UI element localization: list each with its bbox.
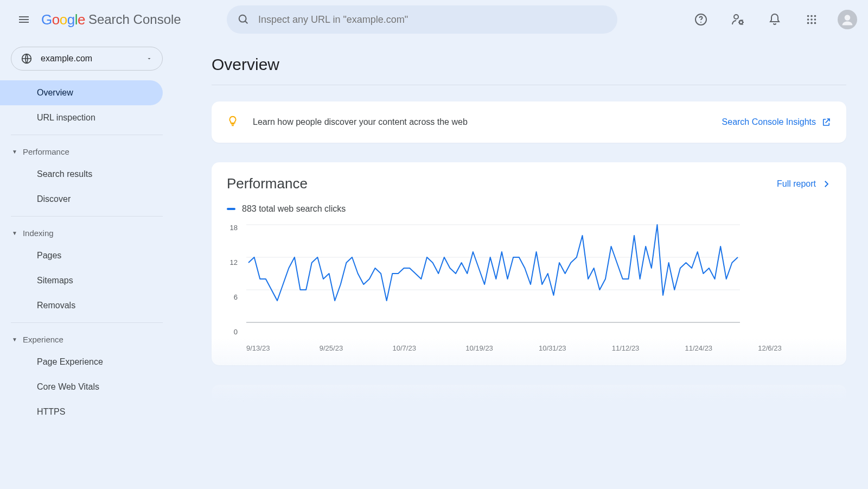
svg-point-14 — [814, 22, 816, 24]
sidebar-item-overview[interactable]: Overview — [0, 80, 163, 105]
sidebar-item-label: HTTPS — [37, 407, 65, 417]
legend-swatch — [227, 208, 235, 210]
sidebar-item-label: Overview — [37, 88, 73, 98]
sidebar-item-sitemaps[interactable]: Sitemaps — [0, 268, 163, 293]
section-title: Indexing — [23, 228, 54, 238]
sidebar-item-label: Removals — [37, 301, 75, 310]
property-selector[interactable]: example.com — [11, 47, 163, 71]
help-button[interactable] — [690, 9, 712, 30]
performance-title: Performance — [227, 175, 308, 192]
sidebar-item-label: Core Web Vitals — [37, 382, 99, 392]
app-logo[interactable]: Google Search Console — [41, 11, 204, 28]
url-inspect-bar[interactable] — [227, 5, 617, 34]
sidebar-item-url-inspection[interactable]: URL inspection — [0, 105, 163, 130]
url-inspect-input[interactable] — [258, 14, 607, 26]
globe-icon — [21, 53, 32, 64]
section-title: Experience — [23, 335, 63, 344]
sitemap-icon — [12, 275, 24, 286]
sidebar: example.com Overview URL inspection ▼ Pe… — [0, 39, 174, 424]
y-axis-labels: 181260 — [225, 224, 238, 352]
sidebar-item-page-experience[interactable]: Page Experience — [0, 350, 163, 374]
chart-legend: 883 total web search clicks — [227, 204, 831, 214]
page-title: Overview — [212, 39, 846, 85]
chevron-down-icon — [146, 55, 152, 62]
account-avatar[interactable] — [838, 10, 857, 29]
sidebar-item-label: Search results — [37, 169, 92, 179]
lightbulb-icon — [227, 115, 239, 129]
insights-card: Learn how people discover your content a… — [212, 101, 846, 143]
apps-button[interactable] — [801, 9, 822, 30]
performance-card: Performance Full report 883 total web se… — [212, 162, 846, 365]
sidebar-item-label: URL inspection — [37, 113, 95, 123]
search-icon — [238, 14, 250, 26]
triangle-down-icon: ▼ — [12, 149, 17, 155]
users-settings-button[interactable] — [727, 9, 749, 30]
full-report-label: Full report — [777, 179, 816, 189]
menu-button[interactable] — [11, 7, 37, 33]
svg-point-7 — [810, 15, 813, 17]
svg-point-8 — [814, 15, 816, 17]
svg-point-15 — [845, 15, 851, 21]
property-domain: example.com — [41, 54, 146, 63]
svg-point-13 — [810, 22, 813, 24]
sidebar-item-label: Pages — [37, 251, 61, 261]
indexing-card-truncated: Indexing — [212, 385, 846, 417]
sidebar-item-label: Page Experience — [37, 357, 103, 367]
gauge-icon — [12, 382, 24, 392]
svg-point-12 — [807, 22, 809, 24]
google-logo: Google — [41, 11, 85, 28]
help-icon — [694, 13, 707, 26]
svg-point-11 — [814, 18, 816, 21]
sidebar-item-core-web-vitals[interactable]: Core Web Vitals — [0, 374, 163, 399]
user-gear-icon — [731, 13, 744, 26]
sidebar-item-discover[interactable]: Discover — [0, 187, 163, 212]
sidebar-item-pages[interactable]: Pages — [0, 243, 163, 268]
insights-message: Learn how people discover your content a… — [253, 117, 722, 127]
eye-off-icon — [12, 300, 24, 311]
bell-icon — [768, 13, 781, 26]
legend-text: 883 total web search clicks — [242, 204, 346, 214]
search-icon — [12, 112, 24, 123]
line-chart — [246, 224, 740, 338]
sidebar-item-search-results[interactable]: Search results — [0, 162, 163, 187]
x-axis-labels: 9/13/239/25/2310/7/2310/19/2310/31/2311/… — [246, 344, 831, 352]
sidebar-section-experience[interactable]: ▼ Experience — [0, 327, 174, 350]
chevron-right-icon — [821, 179, 831, 189]
pages-icon — [12, 250, 24, 261]
svg-point-5 — [739, 21, 743, 24]
svg-point-10 — [810, 18, 813, 21]
sidebar-item-https[interactable]: HTTPS — [0, 399, 163, 424]
sidebar-section-indexing[interactable]: ▼ Indexing — [0, 221, 174, 243]
sidebar-item-removals[interactable]: Removals — [0, 293, 163, 318]
circle-arrow-icon — [12, 357, 24, 367]
triangle-down-icon: ▼ — [12, 230, 17, 236]
sidebar-section-performance[interactable]: ▼ Performance — [0, 139, 174, 162]
indexing-title: Indexing — [227, 398, 831, 413]
home-icon — [12, 87, 24, 98]
sidebar-item-label: Sitemaps — [37, 276, 73, 285]
sidebar-item-label: Discover — [37, 194, 71, 204]
svg-point-3 — [700, 22, 701, 23]
full-report-link[interactable]: Full report — [777, 179, 831, 189]
lock-icon — [12, 407, 24, 417]
app-name: Search Console — [88, 12, 181, 27]
insights-link[interactable]: Search Console Insights — [722, 117, 831, 127]
svg-point-9 — [807, 18, 809, 21]
google-g-icon — [12, 169, 24, 180]
svg-line-1 — [245, 21, 248, 24]
insights-link-label: Search Console Insights — [722, 117, 816, 127]
sparkle-icon — [12, 194, 24, 205]
person-icon — [840, 12, 855, 27]
main-content: Overview Learn how people discover your … — [212, 39, 868, 424]
triangle-down-icon: ▼ — [12, 336, 17, 342]
svg-point-0 — [239, 15, 246, 22]
external-link-icon — [821, 117, 831, 127]
section-title: Performance — [23, 147, 69, 156]
svg-point-4 — [734, 15, 738, 19]
performance-chart: 181260 9/13/239/25/2310/7/2310/19/2310/3… — [227, 224, 831, 352]
notifications-button[interactable] — [764, 9, 786, 30]
svg-point-6 — [807, 15, 809, 17]
apps-grid-icon — [806, 14, 818, 26]
